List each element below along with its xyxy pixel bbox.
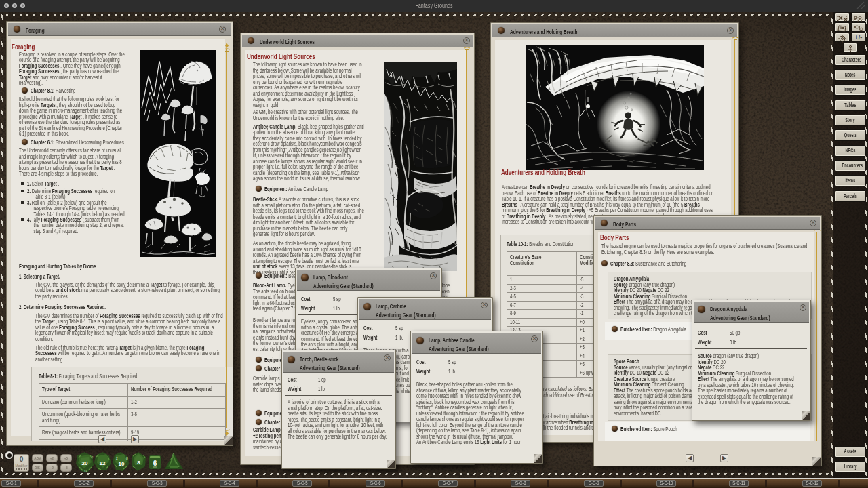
svg-text:12: 12	[100, 460, 106, 466]
svg-text:20: 20	[82, 460, 88, 466]
svg-text:2: 2	[116, 456, 118, 460]
svg-text:8: 8	[126, 456, 128, 460]
svg-text:6: 6	[153, 460, 157, 467]
svg-text:10: 10	[119, 461, 125, 467]
svg-text:2: 2	[92, 455, 94, 459]
svg-text:91: 91	[84, 469, 87, 472]
svg-text:8: 8	[137, 460, 140, 466]
